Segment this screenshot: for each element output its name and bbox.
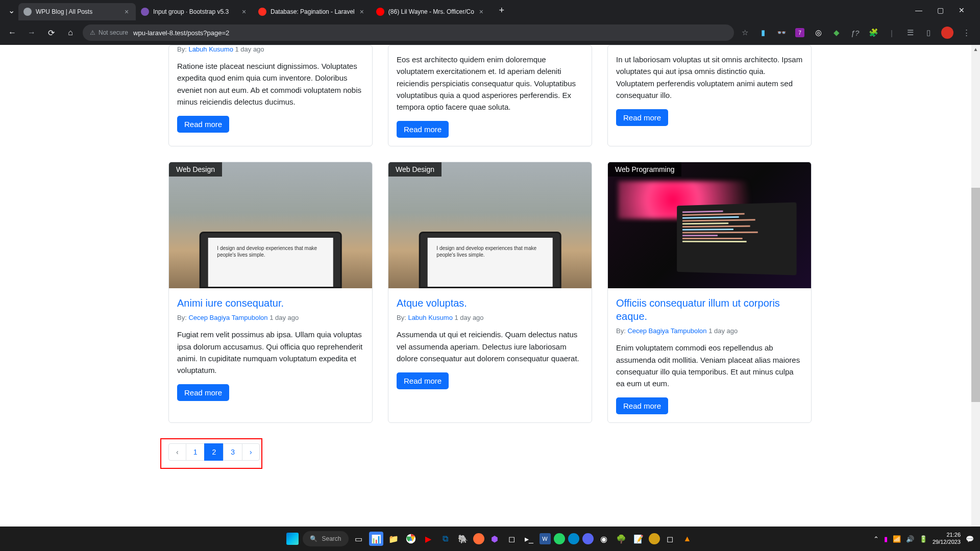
- taskbar-search[interactable]: 🔍 Search: [303, 531, 348, 546]
- volume-icon[interactable]: 🔊: [906, 535, 914, 543]
- post-card: Eos est architecto quidem enim doloremqu…: [388, 45, 592, 146]
- forward-button[interactable]: →: [24, 26, 39, 40]
- app-icon[interactable]: 🐘: [456, 532, 470, 546]
- close-icon[interactable]: ×: [240, 8, 248, 16]
- minimize-button[interactable]: —: [913, 4, 925, 16]
- file-explorer-icon[interactable]: 📁: [386, 532, 401, 546]
- scroll-up-arrow-icon[interactable]: ▲: [971, 45, 980, 54]
- category-badge[interactable]: Web Programming: [608, 162, 681, 177]
- search-icon: 🔍: [310, 535, 317, 542]
- extension-icon[interactable]: ◆: [831, 27, 842, 38]
- telegram-icon[interactable]: [568, 533, 579, 544]
- post-meta: By: Labuh Kusumo 1 day ago: [177, 45, 364, 53]
- tab-wpu-blog[interactable]: WPU Blog | All Posts ×: [18, 3, 136, 20]
- tab-youtube[interactable]: (86) Lil Wayne - Mrs. Officer/Co ×: [371, 3, 491, 20]
- post-excerpt: Ratione iste placeat nesciunt dignissimo…: [177, 60, 364, 108]
- read-more-button[interactable]: Read more: [177, 384, 229, 401]
- close-window-button[interactable]: ✕: [955, 4, 968, 16]
- tab-bootstrap[interactable]: Input group · Bootstrap v5.3 ×: [136, 3, 253, 20]
- author-link[interactable]: Labuh Kusumo: [188, 45, 233, 53]
- chevron-up-icon[interactable]: ⌃: [873, 535, 879, 543]
- post-title-link[interactable]: Atque voluptas.: [397, 296, 583, 310]
- category-badge[interactable]: Web Design: [388, 162, 442, 177]
- terminal-icon[interactable]: ▸_: [522, 532, 536, 546]
- pagination-page-3[interactable]: 3: [223, 443, 242, 461]
- bookmark-star-icon[interactable]: ☆: [739, 27, 750, 38]
- badge-count: 7: [795, 28, 804, 37]
- wifi-icon[interactable]: 📶: [893, 535, 901, 543]
- maximize-button[interactable]: ▢: [934, 4, 946, 16]
- extension-icon[interactable]: ƒ?: [849, 27, 861, 38]
- tab-laravel[interactable]: Database: Pagination - Laravel ×: [253, 3, 371, 20]
- back-button[interactable]: ←: [5, 26, 19, 40]
- app-icon[interactable]: [649, 533, 660, 544]
- figma-icon[interactable]: ⬢: [487, 532, 502, 546]
- read-more-button[interactable]: Read more: [616, 109, 668, 126]
- pagination-next[interactable]: ›: [242, 443, 260, 461]
- pagination-prev[interactable]: ‹: [168, 443, 186, 461]
- extensions-menu-icon[interactable]: 🧩: [868, 27, 879, 38]
- read-more-button[interactable]: Read more: [397, 372, 449, 389]
- posts-container: By: Labuh Kusumo 1 day ago Ratione iste …: [161, 45, 819, 473]
- post-title-link[interactable]: Officiis consequatur illum ut corporis e…: [616, 296, 803, 323]
- battery-icon[interactable]: 🔋: [919, 535, 927, 543]
- task-view-icon[interactable]: ▭: [352, 532, 366, 546]
- security-indicator[interactable]: ⚠ Not secure: [90, 29, 128, 36]
- tab-overview-button[interactable]: ⌄: [4, 3, 18, 17]
- discord-icon[interactable]: [582, 533, 594, 544]
- whatsapp-icon[interactable]: [554, 533, 565, 544]
- tray-icon[interactable]: ▮: [884, 535, 888, 543]
- read-more-button[interactable]: Read more: [177, 116, 229, 133]
- word-icon[interactable]: W: [540, 533, 551, 544]
- notepad-icon[interactable]: 📝: [631, 532, 646, 546]
- postman-icon[interactable]: [473, 533, 484, 544]
- close-icon[interactable]: ×: [358, 8, 366, 16]
- pagination-page-2[interactable]: 2: [204, 443, 224, 461]
- extension-icon[interactable]: 👓: [776, 27, 787, 38]
- notion-icon[interactable]: ◻: [505, 532, 519, 546]
- post-card: In ut laboriosam voluptas ut sit omnis a…: [607, 45, 812, 146]
- post-title-link[interactable]: Animi iure consequatur.: [177, 296, 364, 310]
- author-link[interactable]: Cecep Bagiya Tampubolon: [627, 327, 706, 335]
- security-label: Not secure: [99, 29, 128, 36]
- card-row: By: Labuh Kusumo 1 day ago Ratione iste …: [168, 45, 812, 146]
- notion-icon[interactable]: ◻: [663, 532, 677, 546]
- browser-chrome: ⌄ WPU Blog | All Posts × Input group · B…: [0, 0, 980, 45]
- reading-list-icon[interactable]: ☰: [904, 27, 916, 38]
- by-prefix: By:: [177, 45, 188, 53]
- profile-avatar[interactable]: [941, 27, 953, 39]
- address-bar[interactable]: ⚠ Not secure wpu-laravel-8.test/posts?pa…: [83, 24, 734, 41]
- extension-icon[interactable]: ◎: [813, 27, 824, 38]
- category-badge[interactable]: Web Design: [169, 162, 222, 177]
- close-icon[interactable]: ×: [122, 8, 131, 16]
- author-link[interactable]: Cecep Bagiya Tampubolon: [188, 314, 267, 321]
- reload-button[interactable]: ⟳: [44, 26, 58, 40]
- vlc-icon[interactable]: ▲: [680, 532, 695, 546]
- home-button[interactable]: ⌂: [63, 26, 78, 40]
- scrollbar-thumb[interactable]: [971, 188, 980, 402]
- obs-icon[interactable]: ◉: [597, 532, 611, 546]
- extension-icon[interactable]: ▮: [757, 27, 769, 38]
- close-icon[interactable]: ×: [477, 8, 485, 16]
- app-icon[interactable]: 📊: [369, 532, 383, 546]
- app-icon[interactable]: 🌳: [614, 532, 628, 546]
- chrome-icon[interactable]: [404, 532, 418, 546]
- extension-icon[interactable]: 7: [794, 27, 805, 38]
- notifications-icon[interactable]: 💬: [966, 535, 974, 543]
- nav-bar: ← → ⟳ ⌂ ⚠ Not secure wpu-laravel-8.test/…: [0, 20, 980, 45]
- pagination-page-1[interactable]: 1: [186, 443, 205, 461]
- read-more-button[interactable]: Read more: [616, 397, 668, 414]
- youtube-icon[interactable]: ▶: [421, 532, 435, 546]
- post-image: Web Design I design and develop experien…: [169, 162, 372, 288]
- side-panel-icon[interactable]: ▯: [923, 27, 934, 38]
- post-meta: By: Labuh Kusumo 1 day ago: [397, 314, 583, 321]
- read-more-button[interactable]: Read more: [397, 121, 449, 138]
- scrollbar-track[interactable]: ▲ ▼: [971, 45, 980, 536]
- author-link[interactable]: Labuh Kusumo: [408, 314, 452, 321]
- vscode-icon[interactable]: ⧉: [438, 532, 453, 546]
- post-time: 1 day ago: [707, 327, 738, 335]
- kebab-menu-icon[interactable]: ⋮: [961, 27, 972, 38]
- clock[interactable]: 21:26 29/12/2023: [933, 532, 961, 546]
- new-tab-button[interactable]: +: [495, 3, 509, 17]
- start-button[interactable]: [285, 532, 300, 546]
